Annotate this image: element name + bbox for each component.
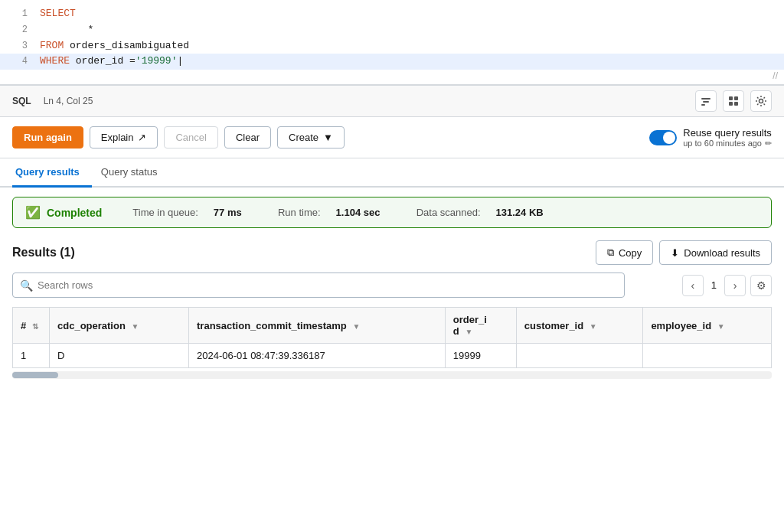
- col-header-employee-id[interactable]: employee_id ▼: [643, 308, 772, 344]
- results-header: Results (1) ⧉ Copy ⬇ Download results: [12, 240, 772, 265]
- clear-button[interactable]: Clear: [224, 126, 271, 149]
- results-actions: ⧉ Copy ⬇ Download results: [596, 240, 772, 265]
- explain-label: Explain: [101, 132, 134, 143]
- search-input[interactable]: [12, 273, 625, 298]
- cell-cdc-operation: D: [50, 344, 189, 368]
- results-label: Results: [12, 246, 57, 259]
- download-results-button[interactable]: ⬇ Download results: [659, 240, 772, 265]
- code-line-1: 1 SELECT: [0, 6, 784, 22]
- create-button[interactable]: Create ▼: [277, 126, 345, 149]
- results-count: (1): [60, 246, 75, 259]
- download-icon: ⬇: [671, 247, 679, 259]
- keyword-select: SELECT: [40, 6, 76, 22]
- svg-rect-6: [734, 102, 738, 106]
- page-settings-button[interactable]: ⚙: [750, 275, 772, 296]
- toggle-slider: [649, 130, 677, 145]
- pagination: ‹ 1 › ⚙: [682, 275, 772, 296]
- horizontal-scrollbar[interactable]: [12, 371, 772, 379]
- cancel-button: Cancel: [164, 126, 217, 149]
- svg-rect-2: [701, 104, 705, 106]
- explain-button[interactable]: Explain ↗: [90, 126, 158, 149]
- search-icon: 🔍: [20, 279, 33, 292]
- toggle-knob: [663, 132, 675, 144]
- run-time-label: Run time:: [278, 207, 321, 218]
- where-value: '19999': [136, 54, 178, 70]
- svg-rect-1: [703, 101, 709, 103]
- query-toolbar: Run again Explain ↗ Cancel Clear Create …: [0, 117, 784, 158]
- cell-timestamp: 2024-06-01 08:47:39.336187: [189, 344, 446, 368]
- table-name: orders_disambiguated: [64, 38, 189, 54]
- format-icon[interactable]: [695, 90, 717, 112]
- time-in-queue-label: Time in queue:: [132, 207, 198, 218]
- col-header-order-id[interactable]: order_id ▼: [445, 308, 516, 344]
- reuse-query-section: Reuse query results up to 60 minutes ago…: [649, 127, 772, 149]
- scrollbar-thumb[interactable]: [12, 372, 58, 378]
- col-header-num[interactable]: # ⇅: [13, 308, 50, 344]
- create-dropdown-icon: ▼: [323, 132, 333, 143]
- cell-order-id: 19999: [445, 344, 516, 368]
- table-body: 1 D 2024-06-01 08:47:39.336187 19999: [13, 344, 772, 368]
- col-header-cdc-operation[interactable]: cdc_operation ▼: [50, 308, 189, 344]
- line-num-1: 1: [9, 7, 28, 21]
- completed-stats: Time in queue: 77 ms Run time: 1.104 sec…: [132, 207, 543, 218]
- sort-icon-cdc: ▼: [131, 322, 139, 331]
- explain-external-icon: ↗: [138, 132, 146, 143]
- reuse-label: Reuse query results: [683, 127, 772, 139]
- svg-point-7: [760, 100, 763, 103]
- edit-icon[interactable]: ✏: [765, 139, 772, 149]
- resize-handle[interactable]: //: [773, 70, 778, 81]
- status-bar-right: [695, 90, 772, 112]
- completed-banner: ✅ Completed Time in queue: 77 ms Run tim…: [12, 197, 772, 228]
- copy-label: Copy: [619, 247, 642, 259]
- line-num-2: 2: [9, 23, 28, 38]
- copy-icon: ⧉: [607, 246, 614, 259]
- language-label: SQL: [12, 96, 31, 106]
- tab-query-status[interactable]: Query status: [98, 158, 170, 188]
- sort-icon-order: ▼: [465, 328, 472, 336]
- where-condition: order_id =: [70, 54, 136, 70]
- settings-icon[interactable]: [750, 90, 772, 112]
- reuse-toggle[interactable]: [649, 130, 677, 145]
- tab-query-results[interactable]: Query results: [12, 158, 92, 188]
- code-star: *: [40, 22, 93, 38]
- sort-icon-employee: ▼: [717, 322, 725, 331]
- sort-icon-ts: ▼: [352, 322, 360, 331]
- sort-icon-num: ⇅: [32, 322, 38, 331]
- code-line-2: 2 *: [0, 22, 784, 38]
- time-in-queue-value: 77 ms: [214, 207, 242, 218]
- line-num-4: 4: [9, 54, 28, 69]
- data-scanned-value: 131.24 KB: [496, 207, 544, 218]
- completed-text: Completed: [47, 207, 102, 219]
- copy-button[interactable]: ⧉ Copy: [596, 240, 653, 265]
- code-editor-body[interactable]: 1 SELECT 2 * 3 FROM orders_disambiguated…: [0, 0, 784, 84]
- svg-rect-3: [729, 96, 733, 100]
- sql-editor[interactable]: 1 SELECT 2 * 3 FROM orders_disambiguated…: [0, 0, 784, 85]
- results-title: Results (1): [12, 246, 75, 259]
- code-line-4: 4 WHERE order_id = '19999' |: [0, 54, 784, 70]
- code-line-3: 3 FROM orders_disambiguated: [0, 38, 784, 54]
- col-header-timestamp[interactable]: transaction_commit_timestamp ▼: [189, 308, 446, 344]
- results-tabs: Query results Query status: [0, 158, 784, 188]
- reuse-info: Reuse query results up to 60 minutes ago…: [683, 127, 772, 149]
- run-time-value: 1.104 sec: [336, 207, 381, 218]
- svg-rect-4: [734, 96, 738, 100]
- cell-customer-id: [516, 344, 643, 368]
- download-label: Download results: [684, 247, 760, 259]
- grid-icon[interactable]: [723, 90, 744, 112]
- keyword-where: WHERE: [40, 54, 70, 70]
- col-header-customer-id[interactable]: customer_id ▼: [516, 308, 643, 344]
- svg-rect-0: [701, 98, 710, 100]
- page-number: 1: [708, 279, 720, 291]
- search-input-wrap: 🔍: [12, 273, 625, 298]
- table-header: # ⇅ cdc_operation ▼ transaction_commit_t…: [13, 308, 772, 344]
- reuse-time-text: up to 60 minutes ago: [683, 139, 762, 148]
- results-table: # ⇅ cdc_operation ▼ transaction_commit_t…: [12, 307, 772, 368]
- prev-page-button[interactable]: ‹: [682, 275, 704, 296]
- tab-query-results-label: Query results: [15, 166, 80, 178]
- run-again-button[interactable]: Run again: [12, 126, 83, 149]
- tab-query-status-label: Query status: [101, 166, 158, 178]
- cursor-position: Ln 4, Col 25: [44, 96, 93, 106]
- table-row: 1 D 2024-06-01 08:47:39.336187 19999: [13, 344, 772, 368]
- next-page-button[interactable]: ›: [724, 275, 746, 296]
- sort-icon-customer: ▼: [590, 322, 597, 331]
